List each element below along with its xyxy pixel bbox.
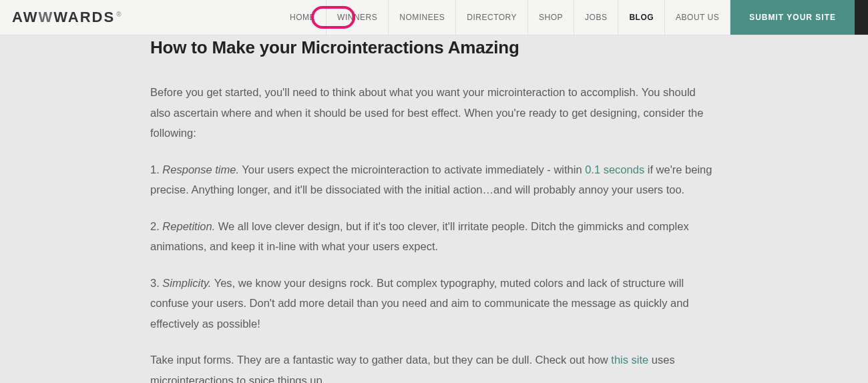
article-point-3: 3. Simplicity. Yes, we know your designs… — [150, 273, 718, 334]
nav-item-blog[interactable]: BLOG — [618, 0, 665, 35]
logo[interactable]: AWWWARDS® — [12, 9, 123, 26]
header: AWWWARDS® HOME WINNERS NOMINEES DIRECTOR… — [0, 0, 868, 35]
article-content: How to Make your Microinteractions Amazi… — [144, 37, 724, 383]
p2-rest: We all love clever design, but if it's t… — [150, 220, 689, 253]
p3-em: Simplicity. — [162, 277, 211, 289]
nav-label: SHOP — [539, 13, 563, 22]
main-nav: HOME WINNERS NOMINEES DIRECTORY SHOP JOB… — [279, 0, 868, 35]
nav-label: NOMINEES — [399, 13, 445, 22]
nav-label: ABOUT US — [676, 13, 719, 22]
nav-item-directory[interactable]: DIRECTORY — [456, 0, 528, 35]
logo-part2: W — [53, 9, 68, 25]
article-outro: Take input forms. They are a fantastic w… — [150, 350, 718, 383]
logo-mid: W — [38, 9, 53, 25]
nav-item-winners[interactable]: WINNERS — [327, 0, 389, 35]
p1-num: 1. — [150, 163, 162, 175]
nav-item-jobs[interactable]: JOBS — [574, 0, 618, 35]
nav-item-about[interactable]: ABOUT US — [665, 0, 730, 35]
p3-rest: Yes, we know your designs rock. But comp… — [150, 277, 689, 330]
search-strip[interactable] — [855, 0, 868, 35]
submit-label: SUBMIT YOUR SITE — [749, 13, 836, 22]
nav-item-home[interactable]: HOME — [279, 0, 327, 35]
nav-label: WINNERS — [337, 13, 377, 22]
p2-num: 2. — [150, 220, 162, 232]
article-title: How to Make your Microinteractions Amazi… — [150, 37, 718, 58]
nav-label: DIRECTORY — [467, 13, 517, 22]
nav-label: JOBS — [585, 13, 607, 22]
p3-num: 3. — [150, 277, 162, 289]
nav-item-nominees[interactable]: NOMINEES — [389, 0, 456, 35]
submit-site-button[interactable]: SUBMIT YOUR SITE — [730, 0, 855, 35]
nav-label: HOME — [290, 13, 315, 22]
outro-a: Take input forms. They are a fantastic w… — [150, 354, 611, 366]
nav-item-shop[interactable]: SHOP — [528, 0, 574, 35]
response-time-link[interactable]: 0.1 seconds — [585, 163, 644, 175]
article-point-1: 1. Response time. Your users expect the … — [150, 159, 718, 200]
logo-part1: AW — [12, 9, 38, 25]
p1-a: Your users expect the microinteraction t… — [239, 163, 585, 175]
p2-em: Repetition. — [162, 220, 215, 232]
article-point-2: 2. Repetition. We all love clever design… — [150, 216, 718, 257]
nav-label: BLOG — [629, 13, 654, 22]
logo-part3: ARDS — [68, 9, 115, 25]
logo-reg: ® — [116, 11, 122, 18]
article-intro: Before you get started, you'll need to t… — [150, 82, 718, 143]
p1-em: Response time. — [162, 163, 239, 175]
this-site-link[interactable]: this site — [611, 354, 648, 366]
